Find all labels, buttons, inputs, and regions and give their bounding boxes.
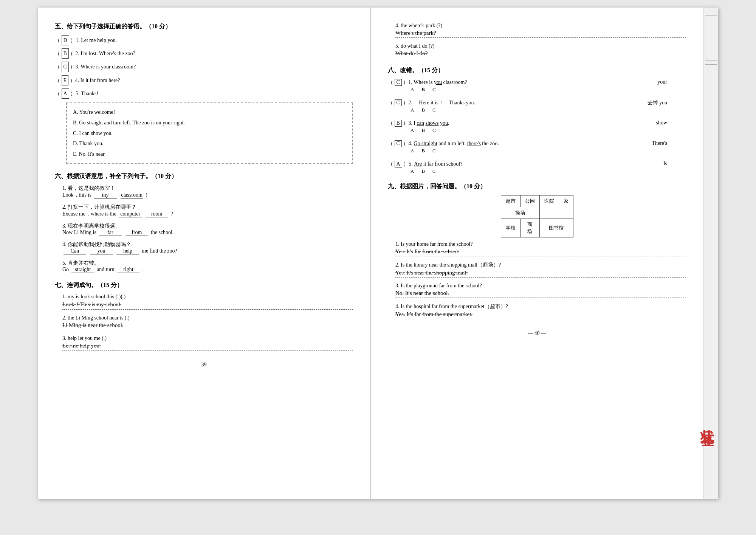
s7-words-1: 1. my is look school this (!)(.) <box>62 294 353 300</box>
section-6: 六、根据汉语意思，补全下列句子。（10 分） 1. 看，这是我的教室！ Look… <box>55 172 353 273</box>
s8-item-4: There's （ C ）4. Go straight and turn lef… <box>388 140 686 154</box>
s4c-item-4: 4. the where's park (?) Where's the park… <box>395 23 686 38</box>
s6-blank-4-1: Can <box>64 248 86 254</box>
s6-blank-3-2: from <box>125 230 148 236</box>
s8-item-5: Is （ A ）5. Are it far from school? A B C <box>388 161 686 174</box>
s8-item-2: 去掉 you （ C ）2. —Here it is！—Thanks you. … <box>388 99 686 113</box>
section-4-cont: 4. the where's park (?) Where's the park… <box>388 23 686 58</box>
map-cell-school: 学校 <box>501 219 520 237</box>
map-container: 超市 公园 医院 家 操场 学校 商场 图书馆 <box>388 195 686 237</box>
map-cell-playground: 操场 <box>501 207 539 219</box>
s8-corr-3: show <box>656 120 667 126</box>
s8-corr-2: 去掉 you <box>648 99 668 106</box>
s6-blank-4-3: help <box>116 248 139 254</box>
s8-corr-4: There's <box>652 140 667 146</box>
page-num-left: — 39 — <box>55 362 353 368</box>
s6-blank-5-1: straight <box>71 267 94 273</box>
page-num-right: — 40 — <box>388 330 686 337</box>
s4c-answer-5: What do I do? <box>395 49 686 58</box>
s6-item-2: 2. 打扰一下，计算机房在哪里？ Excuse me，where is the … <box>62 204 353 217</box>
s4c-answer-4: Where's the park? <box>395 29 686 38</box>
s7-item-3: 3. help let you me (.) Let me help you. <box>62 335 353 350</box>
s5-answer-5: A <box>62 88 69 99</box>
book-container: 五、给下列句子选择正确的答语。（10 分） （ D ）1. Let me hel… <box>38 8 718 499</box>
s6-blank-4-2: you <box>90 248 113 254</box>
choice-c: C. I can show you. <box>73 129 346 138</box>
s5-answer-2: B <box>62 48 69 59</box>
s7-answer-1: Look！This is my school. <box>62 300 353 310</box>
s8-corr-5: Is <box>663 161 667 167</box>
section-7-title: 七、连词成句。（15 分） <box>55 281 353 289</box>
s6-item-5: 5. 直走并右转。 Go straight and turn right . <box>62 260 353 273</box>
sidebar-divider <box>705 64 717 65</box>
s6-item-4: 4. 你能帮助我找到动物园吗？ Can you help me find the… <box>62 241 353 254</box>
map-cell-hospital: 医院 <box>539 195 559 207</box>
s4c-item-5: 5. do what I do (?) What do I do? <box>395 43 686 58</box>
section-6-title: 六、根据汉语意思，补全下列句子。（10 分） <box>55 172 353 180</box>
s6-blank-2-1: computer <box>119 211 142 217</box>
choice-a: A. You're welcome! <box>73 108 346 117</box>
section-9: 九、根据图片，回答问题。（10 分） 超市 公园 医院 家 操场 学校 <box>388 183 686 319</box>
s5-item-2: （ B ）2. I'm lost. Where's the zoo? <box>55 48 353 59</box>
s9-a2: Yes. It's near the shopping mall. <box>395 268 686 278</box>
section-5-title: 五、给下列句子选择正确的答语。（10 分） <box>55 23 353 31</box>
map-cell-supermarket: 超市 <box>501 195 520 207</box>
s9-a3: No. It's near the school. <box>395 289 686 298</box>
s8-item-3: show （ B ）3. I can shows you. A B C <box>388 120 686 133</box>
map-cell-park: 公园 <box>520 195 539 207</box>
sidebar-top-box <box>705 15 717 60</box>
s6-blank-3-1: far <box>99 230 122 236</box>
map-cell-mall: 商场 <box>520 219 539 237</box>
map-table: 超市 公园 医院 家 操场 学校 商场 图书馆 <box>501 195 573 237</box>
map-cell-library: 图书馆 <box>539 219 573 237</box>
s8-item-1: your （ C ）1. Where is you classroom? A B… <box>388 79 686 93</box>
section-8: 八、改错。（15 分） your （ C ）1. Where is you cl… <box>388 67 686 174</box>
s7-words-2: 2. the Li Ming school near is (.) <box>62 315 353 321</box>
s6-blank-5-2: right <box>117 267 139 273</box>
s5-item-3: （ C ）3. Where is your classroom? <box>55 62 353 72</box>
map-cell-home: 家 <box>559 195 573 207</box>
s5-item-1: （ D ）1. Let me help you. <box>55 35 353 45</box>
s9-q2: 2. Is the library near the shopping mall… <box>395 262 686 278</box>
page-left: 五、给下列句子选择正确的答语。（10 分） （ D ）1. Let me hel… <box>38 8 371 499</box>
s7-answer-2: Li Ming is near the school. <box>62 321 353 330</box>
s9-a1: Yes. It's far from the school. <box>395 247 686 256</box>
s6-item-1: 1. 看，这是我的教室！ Look，this is my classroom ! <box>62 185 353 198</box>
section-8-title: 八、改错。（15 分） <box>388 67 686 74</box>
section-5: 五、给下列句子选择正确的答语。（10 分） （ D ）1. Let me hel… <box>55 23 353 164</box>
s8-corr-1: your <box>657 79 667 85</box>
choice-e: E. No. It's near. <box>73 150 346 159</box>
s5-item-4: （ E ）4. Is it far from here? <box>55 75 353 85</box>
s9-q3: 3. Is the playground far from the school… <box>395 283 686 298</box>
s9-q1: 1. Is your home far from the school? Yes… <box>395 241 686 256</box>
section-9-title: 九、根据图片，回答问题。（10 分） <box>388 183 686 191</box>
right-sidebar: 状元签 <box>703 8 718 499</box>
page-right: 4. the where's park (?) Where's the park… <box>371 8 703 499</box>
s7-item-2: 2. the Li Ming school near is (.) Li Min… <box>62 315 353 330</box>
section-7: 七、连词成句。（15 分） 1. my is look school this … <box>55 281 353 350</box>
choice-box: A. You're welcome! B. Go straight and tu… <box>66 102 353 164</box>
s6-blank-1-2: classroom <box>121 192 143 198</box>
s6-item-3: 3. 现在李明离学校很远。 Now Li Ming is far from th… <box>62 223 353 236</box>
s7-words-3: 3. help let you me (.) <box>62 335 353 341</box>
s5-answer-1: D <box>62 35 69 45</box>
s5-item-5: （ A ）5. Thanks! <box>55 88 353 99</box>
sidebar-icon: 状元签 <box>698 408 716 423</box>
s7-answer-3: Let me help you. <box>62 341 353 350</box>
map-cell-empty <box>539 207 573 219</box>
choice-d: D. Thank you. <box>73 139 346 148</box>
choice-b: B. Go straight and turn left. The zoo is… <box>73 118 346 127</box>
s5-answer-3: C <box>62 62 69 72</box>
s6-blank-1-1: my <box>94 192 117 198</box>
s5-answer-4: E <box>62 75 69 85</box>
s9-a4: Yes. It's far from the supermarket. <box>395 310 686 319</box>
s7-item-1: 1. my is look school this (!)(.) Look！Th… <box>62 294 353 310</box>
s6-blank-2-2: room <box>146 211 168 217</box>
s9-q4: 4. Is the hospital far from the supermar… <box>395 303 686 319</box>
